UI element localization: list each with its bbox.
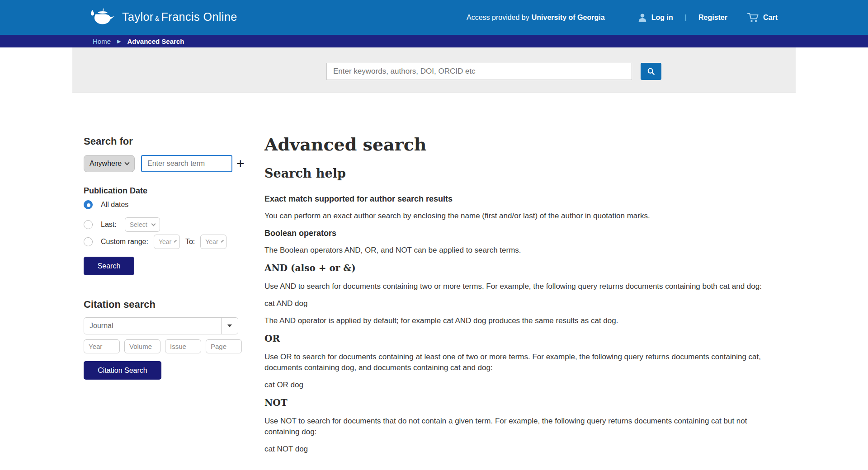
search-button[interactable]: Search [84,257,134,275]
login-label: Log in [651,14,673,22]
breadcrumb-home-link[interactable]: Home [93,38,111,45]
from-year-select-value: Year [159,238,171,245]
help-paragraph: Use NOT to search for documents that do … [264,416,765,437]
header-divider: | [685,14,687,22]
journal-dropdown-button[interactable] [221,318,238,334]
person-icon [637,13,647,23]
to-label: To: [185,238,195,246]
help-heading: Exact match supported for author search … [264,193,765,204]
register-label: Register [698,14,727,22]
help-paragraph: The AND operator is applied by default; … [264,315,765,326]
search-for-title: Search for [84,136,133,147]
register-link[interactable]: Register [698,14,727,22]
all-dates-row: All dates [84,200,128,209]
all-dates-label[interactable]: All dates [101,201,128,209]
search-field-select[interactable]: Anywhere [84,155,135,172]
help-paragraph: The Boolean operators AND, OR, and NOT c… [264,245,765,256]
help-paragraph: cat AND dog [264,298,765,309]
quick-search-button[interactable] [641,63,661,80]
search-field-select-value: Anywhere [90,160,122,168]
journal-combo [84,317,238,334]
to-year-select-value: Year [205,238,218,245]
chevron-down-icon [151,221,156,226]
custom-range-label[interactable]: Custom range: [101,238,148,246]
help-paragraph: Use OR to search for documents containin… [264,352,765,373]
taylor-francis-logo[interactable]: Taylor&Francis Online [90,6,237,27]
header-account-controls: Log in | Register Cart [637,0,778,35]
citation-page-input[interactable] [206,339,242,353]
publication-date-title: Publication Date [84,186,147,196]
help-heading: Boolean operators [264,228,765,239]
custom-range-radio[interactable] [84,237,93,246]
last-radio[interactable] [84,220,93,229]
help-heading: OR [264,333,765,344]
help-paragraph: You can perform an exact author search b… [264,211,765,221]
cart-label: Cart [763,14,778,22]
help-paragraph: Use AND to search for documents containi… [264,281,765,292]
citation-issue-input[interactable] [165,339,201,353]
caret-down-icon [227,324,232,327]
site-header: Taylor&Francis Online Access provided by… [0,0,868,35]
custom-range-row: Custom range: Year To: Year [84,235,226,249]
breadcrumb-arrow-icon: ▶ [117,39,121,44]
institution-name: University of Georgia [532,14,605,22]
chevron-down-icon [124,160,129,165]
citation-search-title: Citation search [84,299,156,310]
last-period-select-value: Select [130,221,147,228]
to-year-select[interactable]: Year [200,235,226,249]
breadcrumb-current: Advanced Search [127,38,184,45]
help-paragraph: cat NOT dog [264,444,765,455]
all-dates-radio[interactable] [84,200,93,209]
chevron-down-icon [174,240,177,242]
search-term-input[interactable] [141,155,232,172]
citation-volume-input[interactable] [124,339,160,353]
help-heading: AND (also + or &) [264,262,765,274]
citation-fields-row [84,339,242,353]
citation-year-input[interactable] [84,339,120,353]
from-year-select[interactable]: Year [154,235,180,249]
help-paragraph: cat OR dog [264,380,765,390]
cart-link[interactable]: Cart [747,13,778,23]
page-title: Advanced search [264,134,765,155]
add-search-row-button[interactable]: + [236,155,245,172]
search-help-title: Search help [264,165,765,182]
search-icon [647,67,655,75]
help-heading: NOT [264,397,765,409]
access-provided-text: Access provided by University of Georgia [467,0,605,35]
login-link[interactable]: Log in [637,13,673,23]
lamp-logo-icon [90,6,118,27]
chevron-down-icon [221,240,223,242]
advanced-search-page: Taylor&Francis Online Access provided by… [0,0,868,470]
main-content: Advanced search Search help Exact match … [264,134,765,461]
brand-name: Taylor&Francis Online [122,10,237,24]
quick-search-input[interactable] [326,63,632,80]
journal-input[interactable] [84,318,221,334]
last-label[interactable]: Last: [101,221,117,229]
cart-icon [747,13,759,23]
breadcrumb: Home ▶ Advanced Search [0,35,868,47]
last-row: Last: Select [84,217,160,232]
citation-search-button[interactable]: Citation Search [84,361,161,380]
last-period-select[interactable]: Select [125,217,160,232]
